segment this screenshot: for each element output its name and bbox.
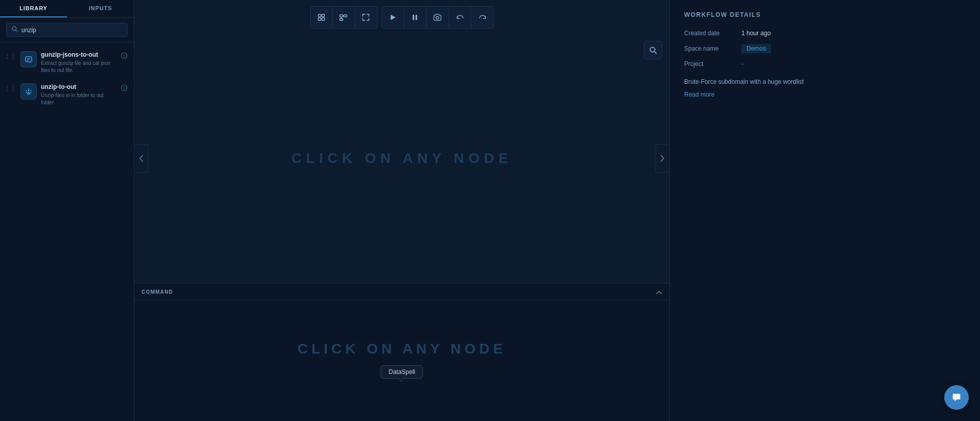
info-icon[interactable] xyxy=(121,84,128,93)
item-icon xyxy=(20,83,37,100)
left-sidebar: Library Inputs ⋮⋮ xyxy=(0,0,134,421)
canvas-area: CLICK ON ANY NODE xyxy=(134,34,669,283)
chat-bubble-button[interactable] xyxy=(944,385,969,410)
snapshot-button[interactable] xyxy=(427,6,449,29)
list-item[interactable]: ⋮⋮ gunzip-jsons-to-out Extract gunzip fi… xyxy=(0,46,134,79)
sidebar-tabs: Library Inputs xyxy=(0,0,134,18)
info-icon[interactable] xyxy=(121,52,128,61)
search-input[interactable] xyxy=(21,27,122,34)
svg-rect-15 xyxy=(322,18,324,20)
svg-line-26 xyxy=(654,51,656,53)
arrange-button[interactable] xyxy=(333,6,355,29)
svg-rect-12 xyxy=(318,14,321,17)
fullscreen-button[interactable] xyxy=(355,6,378,29)
command-panel: COMMAND CLICK ON ANY NODE DataSpell xyxy=(134,283,669,421)
item-title: unzip-to-out xyxy=(41,83,116,90)
svg-rect-20 xyxy=(340,18,343,20)
svg-rect-17 xyxy=(344,15,347,17)
svg-rect-22 xyxy=(413,15,414,20)
undo-button[interactable] xyxy=(449,6,472,29)
svg-rect-2 xyxy=(26,57,32,62)
drag-handle-icon: ⋮⋮ xyxy=(4,84,16,91)
svg-line-1 xyxy=(16,30,17,32)
panel-title: WORKFLOW DETAILS xyxy=(684,11,966,18)
svg-rect-23 xyxy=(415,15,417,20)
search-icon xyxy=(12,26,18,34)
run-button[interactable] xyxy=(382,6,404,29)
project-label: Project xyxy=(684,60,735,67)
space-name-value: Demos xyxy=(741,44,771,53)
item-icon xyxy=(20,51,37,67)
collapse-right-button[interactable] xyxy=(656,144,670,173)
svg-point-7 xyxy=(124,54,124,55)
search-container xyxy=(0,18,134,42)
command-panel-header: COMMAND xyxy=(134,284,669,300)
item-text: gunzip-jsons-to-out Extract gunzip file … xyxy=(41,51,116,74)
click-node-hint: CLICK ON ANY NODE xyxy=(291,150,512,167)
project-value: - xyxy=(741,60,743,67)
svg-point-11 xyxy=(124,86,124,87)
search-wrapper xyxy=(6,23,128,37)
canvas-toolbar xyxy=(134,0,669,34)
tab-library[interactable]: Library xyxy=(0,0,67,17)
view-controls xyxy=(310,6,378,29)
collapse-left-button[interactable] xyxy=(134,144,148,173)
command-panel-label: COMMAND xyxy=(142,289,173,295)
workflow-description: Brute-Force subdomain with a huge wordli… xyxy=(684,77,966,87)
svg-rect-13 xyxy=(322,14,324,17)
fit-view-button[interactable] xyxy=(310,6,333,29)
created-date-value: 1 hour ago xyxy=(741,30,771,37)
sidebar-list: ⋮⋮ gunzip-jsons-to-out Extract gunzip fi… xyxy=(0,42,134,421)
detail-row-project: Project - xyxy=(684,60,966,67)
item-description: Extract gunzip file and cat json files t… xyxy=(41,60,116,74)
detail-row-created: Created date 1 hour ago xyxy=(684,30,966,37)
created-date-label: Created date xyxy=(684,30,735,37)
pause-button[interactable] xyxy=(404,6,427,29)
command-click-hint: CLICK ON ANY NODE xyxy=(297,341,506,357)
run-controls xyxy=(382,6,494,29)
redo-button[interactable] xyxy=(472,6,494,29)
svg-marker-21 xyxy=(390,15,395,20)
read-more-link[interactable]: Read more xyxy=(684,91,714,98)
list-item[interactable]: ⋮⋮ unzip-to-out Unzip files in in folder… xyxy=(0,79,134,111)
item-text: unzip-to-out Unzip files in in folder to… xyxy=(41,83,116,106)
canvas-search-button[interactable] xyxy=(644,41,662,59)
detail-row-space: Space name Demos xyxy=(684,44,966,53)
svg-point-24 xyxy=(436,16,438,19)
command-expand-button[interactable] xyxy=(656,288,662,296)
space-name-label: Space name xyxy=(684,45,735,52)
main-canvas: CLICK ON ANY NODE COMMAND CLICK ON ANY N… xyxy=(134,0,669,421)
svg-rect-16 xyxy=(340,15,343,17)
right-panel: WORKFLOW DETAILS Created date 1 hour ago… xyxy=(669,0,980,421)
item-title: gunzip-jsons-to-out xyxy=(41,51,116,58)
drag-handle-icon: ⋮⋮ xyxy=(4,52,16,59)
dataspell-tooltip: DataSpell xyxy=(381,365,423,379)
tab-inputs[interactable]: Inputs xyxy=(67,0,134,17)
command-content: CLICK ON ANY NODE DataSpell xyxy=(134,300,669,418)
item-description: Unzip files in in folder to out folder xyxy=(41,92,116,106)
svg-rect-14 xyxy=(318,18,321,20)
